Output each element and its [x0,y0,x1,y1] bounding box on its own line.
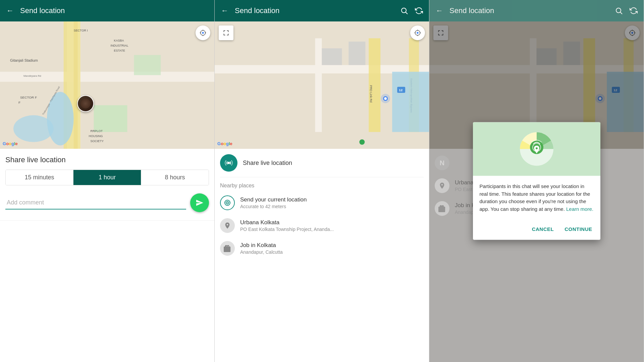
live-location-dialog: Participants in this chat will see your … [473,122,600,240]
svg-text:INDUSTRIAL: INDUSTRIAL [110,44,128,47]
svg-text:RRPLOT: RRPLOT [91,129,103,133]
svg-text:SECTOR I: SECTOR I [74,29,88,32]
user-avatar [77,95,94,112]
svg-rect-62 [607,72,644,132]
share-live-section: Share live location 15 minutes 1 hour 8 … [0,149,214,221]
duration-buttons: 15 minutes 1 hour 8 hours [5,170,209,185]
svg-text:SOCIETY: SOCIETY [91,139,104,143]
svg-point-49 [417,32,419,34]
dialog-text: Participants in this chat will see your … [480,183,594,213]
svg-point-70 [631,32,633,34]
duration-15min[interactable]: 15 minutes [6,170,73,185]
comment-section [5,191,209,215]
svg-point-46 [384,97,387,100]
svg-rect-63 [537,48,557,65]
job-info: Job in Kolkata Anandapur, Calcutta [240,242,424,255]
learn-more-link[interactable]: Learn more. [566,206,593,212]
urbana-icon [220,218,235,233]
bottom-content-2: Share live location Nearby places Send y… [215,149,429,362]
nearby-label: Nearby places [215,177,429,191]
share-live-item[interactable]: Share live location [215,149,429,177]
svg-point-75 [536,147,538,149]
share-live-label: Share live location [243,160,292,167]
svg-point-55 [616,8,621,13]
refresh-button-3[interactable] [629,6,638,15]
job-name: Job in Kolkata [240,242,424,249]
header-3: ← Send location [429,0,644,21]
svg-point-47 [359,139,365,145]
google-logo-2: Google [217,141,232,146]
svg-text:F: F [18,101,20,104]
svg-rect-39 [392,72,429,132]
job-icon [220,241,235,256]
svg-point-30 [401,8,406,13]
header-title-1: Send location [20,6,209,15]
urbana-sub: PO East Kolkata Township Project, Ananda… [240,227,424,232]
dialog-image [473,122,600,176]
svg-point-54 [227,202,228,203]
svg-rect-41 [348,42,365,65]
search-button-2[interactable] [399,6,409,15]
svg-text:ESTATE: ESTATE [114,49,125,52]
send-button[interactable] [190,193,209,212]
share-live-title: Share live location [5,156,209,164]
map-1: Gitanjali Stadium SECTOR I KASBA INDUSTR… [0,21,214,149]
svg-point-69 [599,97,601,100]
continue-button[interactable]: CONTINUE [562,224,595,235]
urbana-icon-3 [435,178,449,193]
svg-text:Gitanjali Stadium: Gitanjali Stadium [10,58,38,62]
back-button-1[interactable]: ← [5,6,15,15]
header-1: ← Send location [0,0,214,21]
svg-rect-64 [563,42,580,65]
svg-rect-59 [530,38,537,132]
back-button-2[interactable]: ← [220,6,229,15]
urbana-name: Urbana Kolkata [240,219,424,226]
current-location-icon [220,195,235,210]
job-icon-3 [435,201,449,216]
svg-point-28 [202,32,204,34]
current-location-item[interactable]: Send your current location Accurate to 4… [215,191,429,214]
svg-text:KASBA: KASBA [114,39,124,42]
svg-rect-40 [322,48,342,65]
svg-line-31 [406,12,408,14]
svg-text:PRD Link Rd: PRD Link Rd [369,85,373,103]
search-button-3[interactable] [614,6,624,15]
duration-1hour[interactable]: 1 hour [73,170,141,185]
job-sub: Anandapur, Calcutta [240,249,424,255]
panel-1: ← Send location Gitanjali Stadium SECTOR… [0,0,215,362]
dialog-body: Participants in this chat will see your … [473,176,600,220]
back-button-3[interactable]: ← [435,6,444,15]
expand-button-3[interactable] [433,25,448,40]
urbana-kolkata-item[interactable]: Urbana Kolkata PO East Kolkata Township … [215,214,429,237]
panel-2: ← Send location PRD Link Rd [215,0,429,362]
location-button-1[interactable] [196,25,210,40]
svg-rect-8 [134,55,161,75]
expand-button-2[interactable] [219,25,233,40]
svg-rect-60 [583,38,595,132]
location-button-3[interactable] [625,25,640,40]
svg-line-56 [621,12,623,14]
panel-3: ← Send location [429,0,644,362]
comment-input[interactable] [5,196,186,209]
urbana-info: Urbana Kolkata PO East Kolkata Township … [240,219,424,232]
header-title-3: Send location [449,6,609,15]
current-location-name: Send your current location [240,196,424,203]
cancel-button[interactable]: CANCEL [529,224,557,235]
svg-text:12: 12 [399,88,403,92]
location-button-2[interactable] [410,25,425,40]
current-location-sub: Accurate to 42 meters [240,204,424,209]
bottom-content-1: Share live location 15 minutes 1 hour 8 … [0,149,214,362]
map-2: PRD Link Rd Eastern Metropolitan Bypass … [215,21,429,149]
live-icon [220,154,237,172]
svg-text:SECTOR F: SECTOR F [20,96,37,99]
svg-text:Mandirpara Rd: Mandirpara Rd [23,74,41,77]
svg-point-51 [228,162,230,164]
duration-8hours[interactable]: 8 hours [141,170,209,185]
svg-point-6 [13,115,54,142]
svg-rect-34 [315,38,322,132]
header-2: ← Send location [215,0,429,21]
current-location-info: Send your current location Accurate to 4… [240,196,424,209]
refresh-button-2[interactable] [414,6,424,15]
job-kolkata-item[interactable]: Job in Kolkata Anandapur, Calcutta [215,237,429,260]
google-logo-1: Google [3,141,18,146]
